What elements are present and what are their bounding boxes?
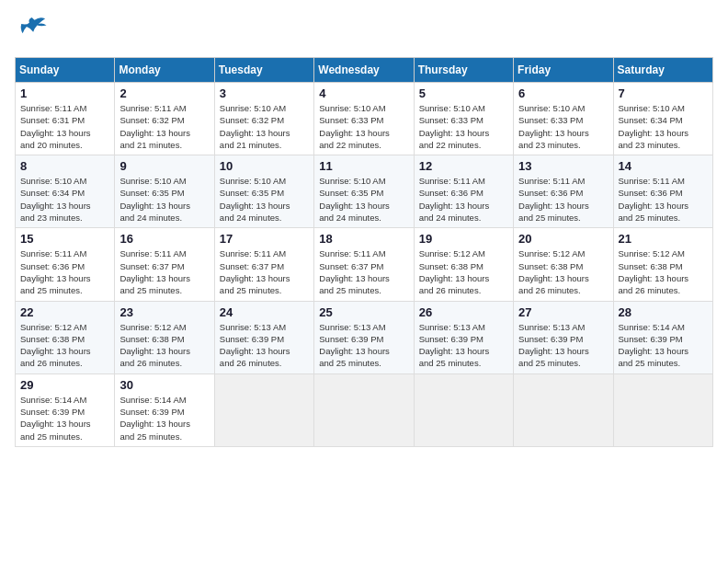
calendar-cell: 17Sunrise: 5:11 AM Sunset: 6:37 PM Dayli… <box>214 228 313 301</box>
calendar-cell: 27Sunrise: 5:13 AM Sunset: 6:39 PM Dayli… <box>514 301 613 373</box>
day-info: Sunrise: 5:10 AM Sunset: 6:32 PM Dayligh… <box>220 102 309 151</box>
day-info: Sunrise: 5:11 AM Sunset: 6:37 PM Dayligh… <box>220 247 309 296</box>
calendar-cell: 26Sunrise: 5:13 AM Sunset: 6:39 PM Dayli… <box>414 301 513 373</box>
day-info: Sunrise: 5:10 AM Sunset: 6:33 PM Dayligh… <box>518 102 608 151</box>
day-info: Sunrise: 5:11 AM Sunset: 6:37 PM Dayligh… <box>119 247 209 296</box>
day-number: 5 <box>419 86 508 100</box>
weekday-header-row: SundayMondayTuesdayWednesdayThursdayFrid… <box>16 58 713 83</box>
day-info: Sunrise: 5:12 AM Sunset: 6:38 PM Dayligh… <box>518 247 608 296</box>
day-number: 15 <box>20 232 109 246</box>
calendar-cell: 15Sunrise: 5:11 AM Sunset: 6:36 PM Dayli… <box>16 228 115 301</box>
day-number: 10 <box>220 159 309 173</box>
weekday-header-cell: Thursday <box>414 58 513 83</box>
day-info: Sunrise: 5:10 AM Sunset: 6:35 PM Dayligh… <box>319 175 408 224</box>
day-info: Sunrise: 5:12 AM Sunset: 6:38 PM Dayligh… <box>419 247 508 296</box>
day-info: Sunrise: 5:12 AM Sunset: 6:38 PM Dayligh… <box>20 321 109 370</box>
day-info: Sunrise: 5:10 AM Sunset: 6:34 PM Dayligh… <box>619 102 708 151</box>
calendar-cell: 29Sunrise: 5:14 AM Sunset: 6:39 PM Dayli… <box>16 373 115 446</box>
day-info: Sunrise: 5:10 AM Sunset: 6:34 PM Dayligh… <box>20 175 109 224</box>
calendar-cell: 28Sunrise: 5:14 AM Sunset: 6:39 PM Dayli… <box>613 301 712 373</box>
calendar-cell: 7Sunrise: 5:10 AM Sunset: 6:34 PM Daylig… <box>613 83 712 155</box>
calendar-cell: 25Sunrise: 5:13 AM Sunset: 6:39 PM Dayli… <box>314 301 414 373</box>
day-info: Sunrise: 5:11 AM Sunset: 6:36 PM Dayligh… <box>20 247 109 296</box>
calendar-cell: 21Sunrise: 5:12 AM Sunset: 6:38 PM Dayli… <box>613 228 712 301</box>
day-info: Sunrise: 5:12 AM Sunset: 6:38 PM Dayligh… <box>619 247 708 296</box>
day-number: 21 <box>619 232 708 246</box>
day-number: 16 <box>119 232 209 246</box>
day-number: 27 <box>518 305 608 319</box>
weekday-header-cell: Wednesday <box>314 58 414 83</box>
day-info: Sunrise: 5:10 AM Sunset: 6:33 PM Dayligh… <box>319 102 408 151</box>
calendar-cell: 14Sunrise: 5:11 AM Sunset: 6:36 PM Dayli… <box>613 155 712 228</box>
calendar-cell: 23Sunrise: 5:12 AM Sunset: 6:38 PM Dayli… <box>115 301 214 373</box>
day-number: 3 <box>220 86 309 100</box>
calendar-cell: 13Sunrise: 5:11 AM Sunset: 6:36 PM Dayli… <box>514 155 613 228</box>
weekday-header-cell: Saturday <box>613 58 712 83</box>
day-info: Sunrise: 5:13 AM Sunset: 6:39 PM Dayligh… <box>220 321 309 370</box>
calendar-cell: 16Sunrise: 5:11 AM Sunset: 6:37 PM Dayli… <box>115 228 214 301</box>
logo <box>15 15 51 48</box>
day-info: Sunrise: 5:11 AM Sunset: 6:36 PM Dayligh… <box>419 175 508 224</box>
day-number: 30 <box>119 378 209 392</box>
weekday-header-cell: Monday <box>115 58 214 83</box>
day-number: 4 <box>319 86 408 100</box>
calendar-cell: 6Sunrise: 5:10 AM Sunset: 6:33 PM Daylig… <box>514 83 613 155</box>
day-info: Sunrise: 5:13 AM Sunset: 6:39 PM Dayligh… <box>518 321 608 370</box>
day-info: Sunrise: 5:10 AM Sunset: 6:33 PM Dayligh… <box>419 102 508 151</box>
calendar-cell: 11Sunrise: 5:10 AM Sunset: 6:35 PM Dayli… <box>314 155 414 228</box>
day-number: 23 <box>119 305 209 319</box>
day-number: 11 <box>319 159 408 173</box>
day-info: Sunrise: 5:14 AM Sunset: 6:39 PM Dayligh… <box>619 321 708 370</box>
weekday-header-cell: Tuesday <box>214 58 313 83</box>
weekday-header-cell: Friday <box>514 58 613 83</box>
day-number: 6 <box>518 86 608 100</box>
day-number: 8 <box>20 159 109 173</box>
calendar-cell: 2Sunrise: 5:11 AM Sunset: 6:32 PM Daylig… <box>115 83 214 155</box>
calendar-cell: 18Sunrise: 5:11 AM Sunset: 6:37 PM Dayli… <box>314 228 414 301</box>
calendar-cell <box>613 373 712 446</box>
day-info: Sunrise: 5:14 AM Sunset: 6:39 PM Dayligh… <box>20 394 109 442</box>
calendar-body: 1Sunrise: 5:11 AM Sunset: 6:31 PM Daylig… <box>16 83 713 447</box>
day-number: 14 <box>619 159 708 173</box>
calendar-cell: 20Sunrise: 5:12 AM Sunset: 6:38 PM Dayli… <box>514 228 613 301</box>
day-info: Sunrise: 5:13 AM Sunset: 6:39 PM Dayligh… <box>319 321 408 370</box>
day-info: Sunrise: 5:10 AM Sunset: 6:35 PM Dayligh… <box>220 175 309 224</box>
calendar-cell: 3Sunrise: 5:10 AM Sunset: 6:32 PM Daylig… <box>214 83 313 155</box>
calendar-cell <box>314 373 414 446</box>
calendar-cell: 24Sunrise: 5:13 AM Sunset: 6:39 PM Dayli… <box>214 301 313 373</box>
day-number: 1 <box>20 86 109 100</box>
day-number: 26 <box>419 305 508 319</box>
day-number: 25 <box>319 305 408 319</box>
calendar-cell <box>414 373 513 446</box>
calendar-cell <box>514 373 613 446</box>
calendar-cell: 8Sunrise: 5:10 AM Sunset: 6:34 PM Daylig… <box>16 155 115 228</box>
day-info: Sunrise: 5:11 AM Sunset: 6:36 PM Dayligh… <box>518 175 608 224</box>
day-number: 19 <box>419 232 508 246</box>
day-info: Sunrise: 5:13 AM Sunset: 6:39 PM Dayligh… <box>419 321 508 370</box>
day-info: Sunrise: 5:14 AM Sunset: 6:39 PM Dayligh… <box>119 394 209 442</box>
calendar-week-row: 29Sunrise: 5:14 AM Sunset: 6:39 PM Dayli… <box>16 373 713 446</box>
calendar-cell: 4Sunrise: 5:10 AM Sunset: 6:33 PM Daylig… <box>314 83 414 155</box>
calendar-week-row: 8Sunrise: 5:10 AM Sunset: 6:34 PM Daylig… <box>16 155 713 228</box>
day-number: 18 <box>319 232 408 246</box>
weekday-header-cell: Sunday <box>16 58 115 83</box>
day-number: 29 <box>20 378 109 392</box>
calendar-cell: 10Sunrise: 5:10 AM Sunset: 6:35 PM Dayli… <box>214 155 313 228</box>
calendar-cell: 30Sunrise: 5:14 AM Sunset: 6:39 PM Dayli… <box>115 373 214 446</box>
day-number: 28 <box>619 305 708 319</box>
calendar-cell: 1Sunrise: 5:11 AM Sunset: 6:31 PM Daylig… <box>16 83 115 155</box>
calendar-week-row: 15Sunrise: 5:11 AM Sunset: 6:36 PM Dayli… <box>16 228 713 301</box>
day-info: Sunrise: 5:12 AM Sunset: 6:38 PM Dayligh… <box>119 321 209 370</box>
day-number: 13 <box>518 159 608 173</box>
calendar-week-row: 1Sunrise: 5:11 AM Sunset: 6:31 PM Daylig… <box>16 83 713 155</box>
calendar-cell: 9Sunrise: 5:10 AM Sunset: 6:35 PM Daylig… <box>115 155 214 228</box>
day-number: 17 <box>220 232 309 246</box>
day-number: 12 <box>419 159 508 173</box>
calendar-cell <box>214 373 313 446</box>
day-info: Sunrise: 5:11 AM Sunset: 6:36 PM Dayligh… <box>619 175 708 224</box>
day-number: 22 <box>20 305 109 319</box>
day-info: Sunrise: 5:11 AM Sunset: 6:31 PM Dayligh… <box>20 102 109 151</box>
calendar-cell: 12Sunrise: 5:11 AM Sunset: 6:36 PM Dayli… <box>414 155 513 228</box>
day-number: 2 <box>119 86 209 100</box>
day-info: Sunrise: 5:10 AM Sunset: 6:35 PM Dayligh… <box>119 175 209 224</box>
